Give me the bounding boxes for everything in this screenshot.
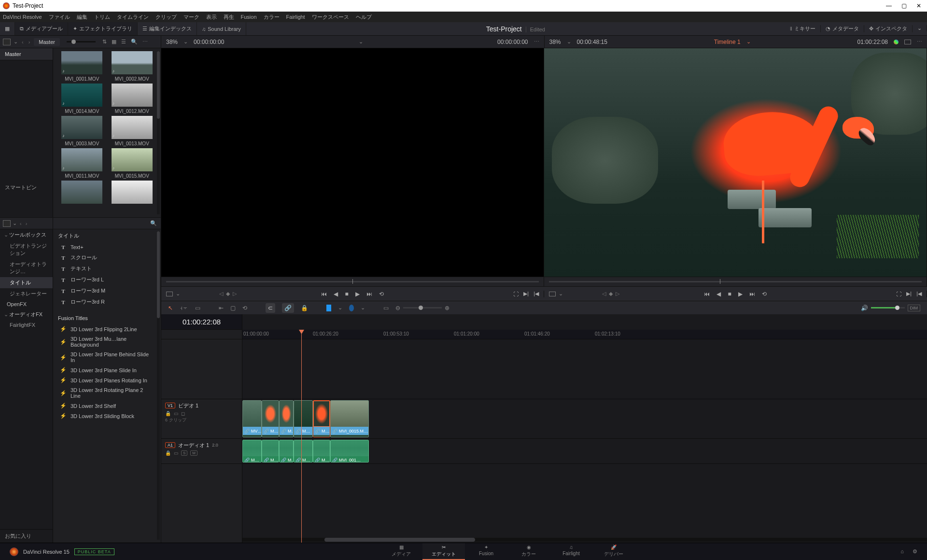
- flag-icon[interactable]: [326, 305, 331, 311]
- fx-fusion-item[interactable]: ⚡3D Lower 3rd Plane Behind Slide In: [53, 350, 161, 365]
- menu-item[interactable]: Fairlight: [286, 14, 305, 20]
- step-back-button[interactable]: ◀: [334, 291, 338, 297]
- media-clip[interactable]: ♪MVI_0013.MOV: [109, 116, 155, 146]
- options-icon[interactable]: ⋯: [142, 39, 148, 45]
- track-visibility-icon[interactable]: ▭: [174, 450, 178, 456]
- chevron-down-icon[interactable]: ⌄: [13, 220, 17, 226]
- fx-cat-toolbox[interactable]: ⌄ツールボックス: [0, 229, 53, 240]
- mixer-button[interactable]: ⫴ミキサー: [785, 25, 821, 32]
- blade-tool[interactable]: ▭: [195, 305, 200, 311]
- nav-back[interactable]: ‹: [19, 221, 23, 226]
- minimize-button[interactable]: —: [886, 2, 892, 9]
- layout-button[interactable]: ▦: [0, 22, 15, 35]
- program-scrubber[interactable]: [544, 277, 927, 286]
- scrollbar[interactable]: [157, 231, 160, 540]
- chevron-down-icon[interactable]: ⌄: [338, 305, 342, 311]
- overwrite-button[interactable]: ▢: [230, 305, 236, 311]
- timeline-audio-clip[interactable]: 🔗M…: [262, 440, 279, 462]
- selection-tool[interactable]: ↖: [168, 305, 173, 311]
- menu-item[interactable]: DaVinci Resolve: [3, 14, 42, 20]
- expand-button[interactable]: ⌄: [913, 25, 927, 31]
- program-viewer[interactable]: [544, 48, 927, 277]
- source-dropdown[interactable]: ⌄: [359, 39, 363, 45]
- timeline-clip[interactable]: 🔗M…: [294, 400, 313, 437]
- source-scrubber[interactable]: [161, 277, 544, 286]
- chevron-down-icon[interactable]: ⌄: [183, 39, 188, 45]
- timeline-audio-clip[interactable]: 🔗M…: [313, 440, 330, 462]
- volume-slider[interactable]: [871, 307, 905, 308]
- fx-fusion-item[interactable]: ⚡3D Lower 3rd Plane Slide In: [53, 365, 161, 375]
- prev-keyframe-icon[interactable]: ◁: [219, 291, 223, 297]
- media-clip[interactable]: ♪MVI_0012.MOV: [109, 84, 155, 114]
- stop-button[interactable]: ■: [345, 291, 348, 297]
- search-icon[interactable]: 🔍: [150, 220, 157, 226]
- video-track[interactable]: 🔗MV… 🔗M… 🔗M… 🔗M… 🔗M… 🔗MVI_0015.M…: [242, 399, 927, 439]
- snapping-button[interactable]: ⊂: [266, 303, 275, 313]
- fx-cat-fairlightfx[interactable]: FairlightFX: [0, 320, 53, 330]
- match-frame-icon[interactable]: ⛶: [513, 291, 519, 297]
- fx-title-item[interactable]: Tローワー3rd L: [53, 274, 161, 285]
- menu-item[interactable]: ヘルプ: [356, 14, 372, 21]
- media-clip[interactable]: [109, 181, 155, 204]
- program-zoom[interactable]: 38%: [549, 39, 561, 45]
- timeline-audio-clip[interactable]: 🔗M…: [294, 440, 313, 462]
- zoom-in-button[interactable]: ⊕: [445, 305, 449, 311]
- out-point-icon[interactable]: |◀: [534, 291, 539, 297]
- breadcrumb[interactable]: Master: [34, 38, 60, 46]
- fx-cat-generators[interactable]: ジェネレーター: [0, 288, 53, 299]
- bin-master[interactable]: Master: [0, 48, 53, 60]
- menu-item[interactable]: トリム: [94, 14, 110, 21]
- insert-button[interactable]: ⇤: [219, 305, 224, 311]
- home-icon[interactable]: ⌂: [900, 548, 904, 555]
- audio-track[interactable]: 🔗M… 🔗M… 🔗M… 🔗M… 🔗M… 🔗MVI_001…: [242, 439, 927, 464]
- keyframe-icon[interactable]: ◆: [226, 291, 230, 297]
- timeline-name[interactable]: Timeline 1: [714, 39, 741, 45]
- dim-button[interactable]: DIM: [908, 305, 921, 311]
- in-point-icon[interactable]: ▶|: [906, 291, 912, 297]
- play-button[interactable]: ▶: [355, 291, 360, 297]
- media-clip[interactable]: ♪MVI_0002.MOV: [109, 51, 155, 82]
- nav-fwd[interactable]: ›: [25, 221, 28, 226]
- next-keyframe-icon[interactable]: ▷: [616, 291, 619, 297]
- program-options[interactable]: ⋯: [917, 39, 922, 45]
- maximize-button[interactable]: ▢: [901, 2, 907, 9]
- mute-button[interactable]: M: [190, 450, 197, 456]
- next-keyframe-icon[interactable]: ▷: [233, 291, 237, 297]
- menu-item[interactable]: カラー: [264, 14, 280, 21]
- effects-library-button[interactable]: ✦エフェクトライブラリ: [68, 22, 138, 35]
- fx-fusion-item[interactable]: ⚡3D Lower 3rd Rotating Plane 2 Line: [53, 385, 161, 401]
- step-fwd-button[interactable]: ⏭: [366, 291, 372, 297]
- sort-icon[interactable]: ⇅: [102, 39, 107, 45]
- bypass-grades-icon[interactable]: [894, 40, 899, 44]
- inspector-button[interactable]: ✥インスペクタ: [864, 25, 913, 32]
- timeline-audio-clip[interactable]: 🔗M…: [279, 440, 294, 462]
- fx-fusion-item[interactable]: ⚡3D Lower 3rd Planes Rotating In: [53, 375, 161, 385]
- timeline-clip-selected[interactable]: 🔗M…: [313, 400, 330, 437]
- menu-item[interactable]: タイムライン: [117, 14, 149, 21]
- timeline-timecode[interactable]: 01:00:22:08: [161, 314, 242, 330]
- fx-fusion-item[interactable]: ⚡3D Lower 3rd Shelf: [53, 401, 161, 411]
- media-clip[interactable]: ♪MVI_0015.MOV: [109, 148, 155, 179]
- menu-item[interactable]: マーク: [183, 14, 199, 21]
- timeline-audio-clip[interactable]: 🔗M…: [242, 440, 262, 462]
- in-point-icon[interactable]: ▶|: [523, 291, 529, 297]
- nav-back[interactable]: ‹: [21, 39, 25, 45]
- metadata-button[interactable]: ◔メタデータ: [821, 25, 864, 32]
- stop-button[interactable]: ■: [728, 291, 731, 297]
- search-icon[interactable]: 🔍: [131, 39, 138, 45]
- settings-icon[interactable]: ⚙: [913, 548, 917, 555]
- zoom-slider[interactable]: [403, 307, 442, 308]
- bin-smart[interactable]: スマートビン: [0, 181, 53, 194]
- menu-item[interactable]: 表示: [206, 14, 217, 21]
- page-tab-edit[interactable]: ✂エディット: [422, 543, 465, 560]
- close-button[interactable]: ✕: [916, 2, 921, 9]
- lock-icon[interactable]: 🔒: [301, 305, 308, 311]
- timeline-audio-clip[interactable]: 🔗MVI_001…: [330, 440, 369, 462]
- match-frame-icon[interactable]: ⛶: [896, 291, 901, 297]
- media-clip[interactable]: ♪MVI_0001.MOV: [59, 51, 105, 82]
- fx-title-item[interactable]: TText+: [53, 242, 161, 252]
- sound-library-button[interactable]: ♫Sound Library: [197, 22, 246, 35]
- marker-icon[interactable]: [349, 305, 354, 311]
- audio-track-header[interactable]: A1オーディオ 12.0 🔒▭SM: [161, 439, 242, 464]
- fx-cat-titles[interactable]: タイトル: [0, 277, 53, 288]
